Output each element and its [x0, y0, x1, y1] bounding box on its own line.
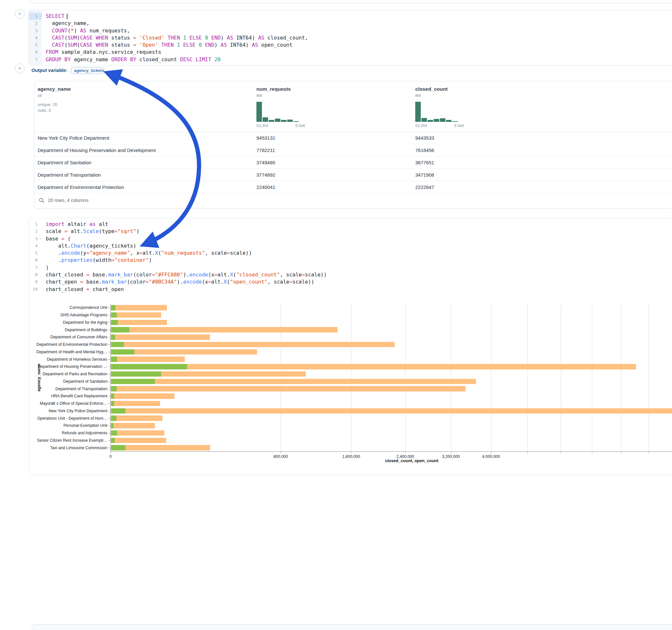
- y-axis-tick: [108, 418, 111, 419]
- y-axis-label: Department of Housing Preservation …: [0, 364, 107, 369]
- code-line: agency_name,: [46, 20, 672, 27]
- text-cursor: [67, 14, 67, 19]
- y-axis-label: Senior Citizen Rent Increase Exempti…: [0, 438, 107, 443]
- x-axis-tick: [649, 452, 649, 453]
- bar-open_count: [111, 445, 125, 451]
- y-axis-label: Department of Consumer Affairs: [0, 335, 107, 339]
- y-axis-tick: [108, 440, 111, 441]
- gridline: [281, 304, 281, 452]
- line-number: 9: [29, 278, 42, 286]
- code-line: CAST(SUM(CASE WHEN status = 'Open' THEN …: [46, 42, 672, 49]
- bar-closed_count: [111, 357, 185, 362]
- code-line: .properties(width="container"): [46, 257, 672, 264]
- fold-chevron-icon[interactable]: ›: [37, 15, 44, 18]
- bar-open_count: [111, 312, 117, 318]
- bar-closed_count: [111, 430, 164, 436]
- table-cell: Department of Sanitation: [38, 156, 91, 169]
- y-axis-tick: [108, 366, 111, 367]
- column-header[interactable]: agency_namestrunique: 20nulls: 0: [38, 86, 71, 113]
- bar-closed_count: [111, 415, 162, 421]
- add-cell-button-output[interactable]: +: [15, 64, 25, 73]
- code-line: .encode(y="agency_name", x=alt.X("num_re…: [46, 249, 672, 257]
- code-line: SELECT: [46, 13, 672, 20]
- output-variable-row: Output variable: agency_tickets: [31, 66, 104, 75]
- chart-y-axis-labels: Correspondence UnitDHS Advantage Program…: [0, 304, 107, 452]
- y-axis-tick: [108, 426, 111, 426]
- output-variable-label: Output variable:: [31, 68, 67, 73]
- bar-closed_count: [111, 342, 394, 347]
- x-axis-tick: [527, 452, 528, 453]
- gridline: [649, 304, 649, 452]
- y-axis-tick: [108, 359, 111, 360]
- gridline: [491, 304, 491, 452]
- line-number: 6: [29, 257, 42, 264]
- y-axis-label: DHS Advantage Programs: [0, 313, 107, 317]
- code-line: GROUP BY agency_name ORDER BY closed_cou…: [46, 56, 672, 63]
- bar-open_count: [111, 335, 115, 340]
- fold-chevron-icon[interactable]: ›: [37, 238, 44, 240]
- x-axis-tick: [111, 452, 111, 453]
- bar-open_count: [111, 305, 115, 311]
- bar-closed_count: [111, 438, 166, 443]
- add-cell-button-top[interactable]: +: [15, 9, 25, 19]
- y-axis-label: Taxi and Limousine Commission: [0, 445, 107, 450]
- gridline: [405, 304, 406, 452]
- sql-cell: 1›234567 SELECT agency_name, COUNT(*) AS…: [28, 10, 672, 66]
- y-axis-tick: [108, 448, 111, 448]
- line-number: 2: [29, 20, 42, 27]
- x-axis-tick: [281, 452, 281, 453]
- code-line: import altair as alt: [46, 221, 672, 228]
- y-axis-tick: [108, 411, 111, 411]
- table-cell: 7618456: [415, 144, 434, 156]
- sql-line-numbers: 1›234567: [29, 10, 42, 65]
- y-axis-label: Department of Transportation: [0, 387, 107, 391]
- bar-open_count: [111, 393, 114, 399]
- x-axis-tick: [491, 452, 491, 453]
- bar-closed_count: [111, 327, 337, 333]
- bar-open_count: [111, 327, 129, 333]
- bar-closed_count: [111, 320, 167, 325]
- table-cell: Department of Environmental Protection: [38, 181, 124, 193]
- y-axis-tick: [108, 344, 111, 345]
- table-cell: 3471908: [415, 169, 434, 181]
- results-table: agency_namestrunique: 20nulls: 0num_requ…: [34, 81, 672, 209]
- y-axis-tick: [108, 322, 111, 323]
- line-number: 2: [29, 228, 42, 235]
- y-axis-label: HRA Benefit Card Replacement: [0, 394, 107, 398]
- bar-open_count: [111, 430, 117, 436]
- table-row[interactable]: Department of Environmental Protection22…: [34, 181, 672, 193]
- bar-open_count: [111, 371, 161, 377]
- line-number: 8: [29, 271, 42, 278]
- code-line: alt.Chart(agency_tickets): [46, 242, 672, 249]
- y-axis-label: New York City Police Department: [0, 409, 107, 413]
- line-number: 10: [29, 286, 42, 293]
- x-axis-tick: [592, 452, 592, 453]
- y-axis-label: Department of Environmental Protection: [0, 342, 107, 347]
- table-cell: 3749485: [257, 156, 275, 169]
- search-icon[interactable]: [39, 198, 44, 203]
- table-row[interactable]: New York City Police Department945313194…: [34, 132, 672, 144]
- code-line: ): [46, 264, 672, 271]
- x-axis-tick: [405, 452, 406, 453]
- bar-open_count: [111, 438, 115, 443]
- bar-closed_count: [111, 423, 155, 429]
- y-axis-label: Department for the Aging: [0, 320, 107, 325]
- y-axis-label: Refunds and Adjustments: [0, 431, 107, 435]
- next-cell-edge: [32, 624, 672, 630]
- sql-editor[interactable]: SELECT agency_name, COUNT(*) AS num_requ…: [42, 10, 672, 65]
- y-axis-label: Correspondence Unit: [0, 305, 107, 310]
- table-row[interactable]: Department of Housing Preservation and D…: [34, 144, 672, 156]
- code-line: chart_closed = base.mark_bar(color="#FFC…: [46, 271, 672, 278]
- bar-closed_count: [111, 312, 161, 318]
- y-axis-label: Mayorâ€ s Office of Special Enforce…: [0, 401, 107, 406]
- bar-closed_count: [111, 305, 167, 311]
- table-cell: 2240041: [257, 181, 275, 193]
- column-header[interactable]: num_requestsi6453,3049.5e6: [257, 86, 305, 128]
- bar-open_count: [111, 364, 187, 369]
- output-variable-pill[interactable]: agency_tickets: [71, 67, 104, 74]
- table-row[interactable]: Department of Transportation377489234719…: [34, 169, 672, 181]
- column-header[interactable]: closed_counti6453,3049.4e6: [415, 86, 464, 128]
- table-row[interactable]: Department of Sanitation37494853677651: [34, 156, 672, 169]
- y-axis-tick: [108, 352, 111, 352]
- bar-open_count: [111, 423, 114, 429]
